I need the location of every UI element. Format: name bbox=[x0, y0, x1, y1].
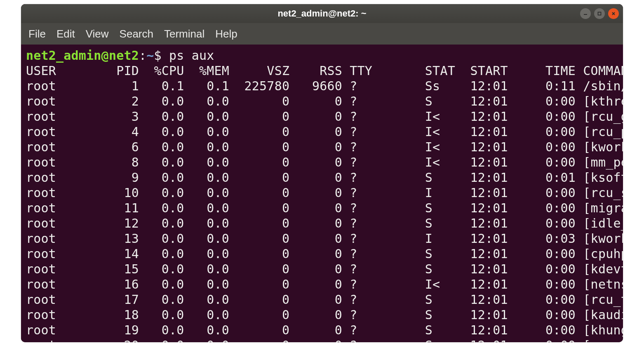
menubar: File Edit View Search Terminal Help bbox=[21, 23, 623, 45]
prompt-line: net2_admin@net2:~$ ps aux bbox=[26, 48, 618, 63]
maximize-button[interactable] bbox=[594, 8, 605, 19]
prompt-path: ~ bbox=[146, 48, 154, 63]
terminal-body[interactable]: net2_admin@net2:~$ ps auxUSER PID %CPU %… bbox=[21, 45, 623, 342]
prompt-user-host: net2_admin@net2 bbox=[26, 48, 139, 63]
prompt-command-text: ps aux bbox=[169, 48, 214, 63]
close-button[interactable] bbox=[608, 8, 619, 19]
window-controls bbox=[580, 8, 619, 19]
menu-terminal[interactable]: Terminal bbox=[164, 28, 204, 40]
titlebar[interactable]: net2_admin@net2: ~ bbox=[21, 4, 623, 23]
maximize-icon bbox=[597, 11, 602, 16]
minimize-icon bbox=[583, 11, 588, 16]
terminal-window: net2_admin@net2: ~ File Edit View Search… bbox=[21, 4, 623, 342]
svg-rect-1 bbox=[598, 12, 601, 15]
menu-help[interactable]: Help bbox=[215, 28, 237, 40]
menu-edit[interactable]: Edit bbox=[56, 28, 75, 40]
menu-view[interactable]: View bbox=[86, 28, 109, 40]
prompt-command bbox=[162, 48, 169, 63]
prompt-colon: : bbox=[139, 48, 146, 63]
prompt-sigil: $ bbox=[154, 48, 161, 63]
close-icon bbox=[611, 11, 616, 16]
menu-search[interactable]: Search bbox=[120, 28, 153, 40]
minimize-button[interactable] bbox=[580, 8, 591, 19]
ps-output: USER PID %CPU %MEM VSZ RSS TTY STAT STAR… bbox=[26, 63, 618, 342]
window-title: net2_admin@net2: ~ bbox=[277, 8, 366, 19]
menu-file[interactable]: File bbox=[28, 28, 46, 40]
